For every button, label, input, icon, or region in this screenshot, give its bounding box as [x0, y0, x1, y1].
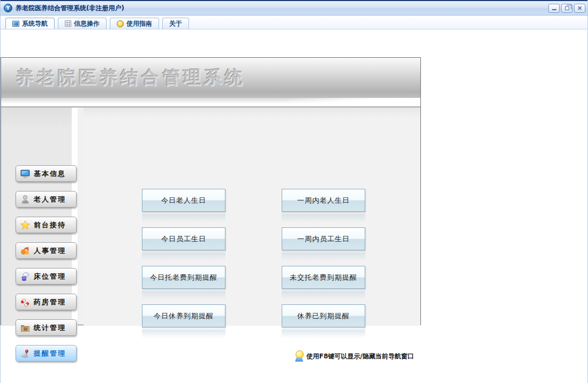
pills-icon: [20, 297, 31, 308]
sidebar-item-basic-info[interactable]: 基本信息: [16, 165, 77, 182]
star-icon: [20, 220, 31, 231]
close-icon: ×: [577, 5, 582, 11]
sidebar-item-pharmacy-management[interactable]: 药房管理: [16, 294, 77, 310]
sidebar-item-label: 老人管理: [34, 195, 66, 204]
tab-label: 信息操作: [74, 19, 100, 28]
panel-title: 养老院医养结合管理系统: [16, 66, 246, 90]
sidebar-item-label: 床位管理: [34, 272, 66, 281]
sidebar-item-label: 前台接待: [34, 220, 66, 230]
sidebar-item-label: 药房管理: [34, 297, 66, 307]
hr-person-icon: [20, 246, 31, 256]
tab-about[interactable]: 关于: [162, 18, 189, 29]
button-reflection: [282, 214, 365, 223]
button-reflection: [282, 252, 365, 261]
tab-info-operations[interactable]: 信息操作: [58, 18, 107, 29]
sidebar-item-elderly-management[interactable]: 老人管理: [16, 191, 77, 208]
button-reflection: [282, 330, 365, 338]
button-reflection: [142, 291, 225, 300]
sidebar-item-bed-management[interactable]: 床位管理: [16, 268, 77, 285]
sidebar-item-hr-management[interactable]: 人事管理: [16, 242, 77, 259]
main-content-area: 养老院医养结合管理系统 基本信息: [1, 30, 588, 383]
panel-header: 养老院医养结合管理系统: [1, 58, 420, 98]
button-today-staff-birthday[interactable]: 今日员工生日: [142, 227, 225, 250]
guide-icon: [117, 20, 124, 27]
button-reflection: [282, 291, 365, 300]
elderly-person-icon: [20, 194, 31, 205]
button-today-fee-due-reminder[interactable]: 今日托老费到期提醒: [142, 266, 225, 289]
restore-icon: [565, 6, 569, 10]
sidebar-item-label: 提醒管理: [34, 349, 66, 358]
button-reflection: [142, 214, 225, 223]
button-week-staff-birthday[interactable]: 一周内员工生日: [282, 227, 365, 250]
panel-header-band: [1, 98, 420, 106]
minimize-button[interactable]: [548, 4, 560, 13]
sidebar-item-front-desk[interactable]: 前台接待: [16, 217, 77, 233]
tab-bar: 系统导航 信息操作 使用指南 关于: [1, 17, 588, 29]
sidebar-item-label: 基本信息: [34, 169, 66, 179]
restore-button[interactable]: [561, 4, 572, 13]
bed-icon: [20, 271, 31, 282]
button-reflection: [142, 330, 225, 338]
window-title: 养老院医养结合管理系统(非注册用户): [16, 4, 124, 13]
sidebar-item-reminder-management[interactable]: 提醒管理: [16, 345, 77, 362]
sidebar-item-label: 统计管理: [34, 323, 66, 333]
monitor-icon: [12, 21, 19, 27]
button-recuperation-expired-reminder[interactable]: 休养已到期提醒: [282, 304, 365, 327]
window-controls: ×: [548, 4, 585, 13]
minimize-icon: [552, 9, 556, 10]
monitor-icon: [20, 168, 31, 179]
button-reflection: [142, 252, 225, 261]
folder-icon: [20, 323, 31, 333]
sidebar-item-statistics-management[interactable]: 统计管理: [16, 319, 77, 336]
button-today-recuperation-due-reminder[interactable]: 今日休养到期提醒: [142, 304, 225, 327]
sidebar-item-label: 人事管理: [34, 246, 66, 256]
reminder-button-area: [84, 108, 420, 326]
button-week-elderly-birthday[interactable]: 一周内老人生日: [282, 189, 365, 212]
megaphone-icon: [20, 348, 31, 359]
window-titlebar: Y 养老院医养结合管理系统(非注册用户) ×: [1, 0, 588, 16]
lightbulb-icon: [295, 350, 303, 362]
close-button[interactable]: ×: [574, 4, 585, 13]
tab-label: 使用指南: [126, 19, 152, 28]
f8-hint-text: 使用F8键可以显示/隐藏当前导航窗口: [306, 352, 414, 361]
button-unpaid-fee-due-reminder[interactable]: 未交托老费到期提醒: [282, 266, 365, 289]
tab-system-navigation[interactable]: 系统导航: [5, 18, 55, 29]
navigation-panel: 养老院医养结合管理系统 基本信息: [1, 57, 421, 325]
tab-label: 关于: [169, 19, 182, 28]
tab-label: 系统导航: [22, 19, 48, 28]
app-logo-icon: Y: [4, 4, 12, 12]
panel-body: 基本信息 老人管理 前台接待: [1, 108, 420, 326]
f8-hint: 使用F8键可以显示/隐藏当前导航窗口: [295, 350, 414, 362]
tab-user-guide[interactable]: 使用指南: [110, 18, 159, 29]
button-today-elderly-birthday[interactable]: 今日老人生日: [142, 189, 225, 212]
grid-icon: [65, 20, 71, 27]
